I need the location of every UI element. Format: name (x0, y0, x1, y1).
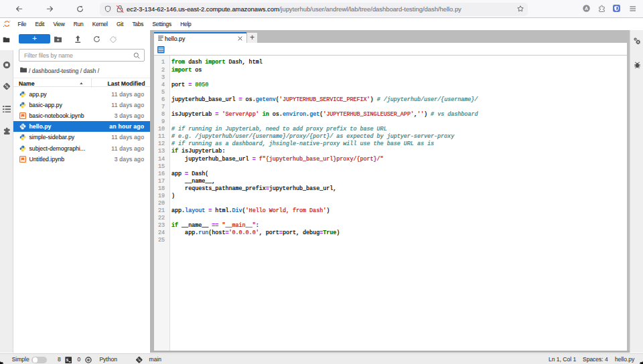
svg-text:s: s (66, 358, 68, 363)
svg-text:A: A (584, 6, 587, 11)
